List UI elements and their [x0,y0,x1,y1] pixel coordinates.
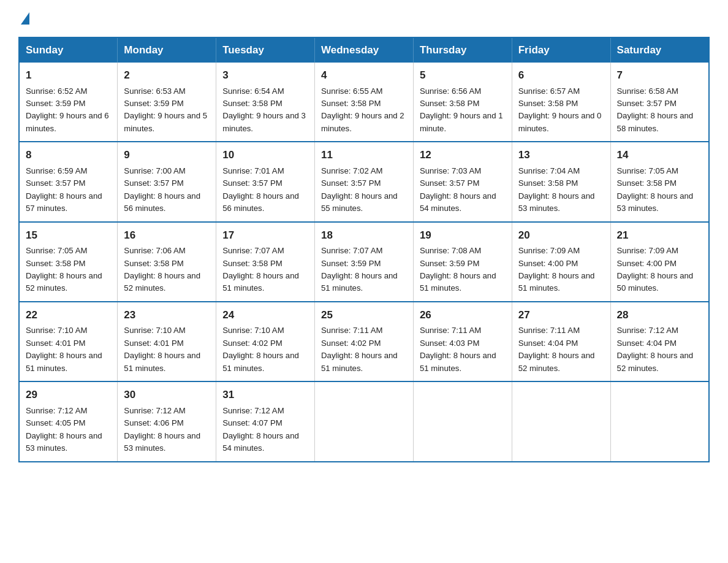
day-info: Sunrise: 6:52 AMSunset: 3:59 PMDaylight:… [26,86,109,133]
calendar-cell: 10 Sunrise: 7:01 AMSunset: 3:57 PMDaylig… [216,142,315,221]
day-info: Sunrise: 7:10 AMSunset: 4:01 PMDaylight:… [26,326,102,372]
calendar-cell: 18 Sunrise: 7:07 AMSunset: 3:59 PMDaylig… [315,222,414,302]
day-number: 2 [124,67,210,83]
day-info: Sunrise: 6:56 AMSunset: 3:58 PMDaylight:… [420,86,503,133]
col-header-thursday: Thursday [413,37,512,63]
calendar-cell: 6 Sunrise: 6:57 AMSunset: 3:58 PMDayligh… [512,63,610,142]
day-number: 11 [321,147,407,163]
day-info: Sunrise: 7:12 AMSunset: 4:04 PMDaylight:… [617,326,694,372]
day-number: 30 [124,387,210,403]
calendar-week-row: 22 Sunrise: 7:10 AMSunset: 4:01 PMDaylig… [19,302,709,381]
calendar-cell: 29 Sunrise: 7:12 AMSunset: 4:05 PMDaylig… [19,381,118,461]
calendar-cell: 14 Sunrise: 7:05 AMSunset: 3:58 PMDaylig… [610,142,709,221]
calendar-cell: 30 Sunrise: 7:12 AMSunset: 4:06 PMDaylig… [118,381,216,461]
calendar-cell [413,381,512,461]
calendar-cell: 26 Sunrise: 7:11 AMSunset: 4:03 PMDaylig… [413,302,512,381]
calendar-cell: 11 Sunrise: 7:02 AMSunset: 3:57 PMDaylig… [315,142,414,221]
day-info: Sunrise: 7:10 AMSunset: 4:01 PMDaylight:… [124,326,200,372]
col-header-sunday: Sunday [19,37,118,63]
calendar-cell: 9 Sunrise: 7:00 AMSunset: 3:57 PMDayligh… [118,142,216,221]
calendar-week-row: 15 Sunrise: 7:05 AMSunset: 3:58 PMDaylig… [19,222,709,302]
day-number: 3 [222,67,308,83]
day-info: Sunrise: 6:53 AMSunset: 3:59 PMDaylight:… [124,86,207,133]
calendar-table: SundayMondayTuesdayWednesdayThursdayFrid… [18,37,710,462]
day-number: 16 [124,228,210,243]
day-number: 8 [26,147,111,163]
day-number: 26 [420,307,506,323]
day-number: 23 [124,307,210,323]
day-info: Sunrise: 7:04 AMSunset: 3:58 PMDaylight:… [518,166,595,213]
calendar-week-row: 8 Sunrise: 6:59 AMSunset: 3:57 PMDayligh… [19,142,709,221]
calendar-cell [512,381,610,461]
col-header-tuesday: Tuesday [216,37,315,63]
calendar-cell: 5 Sunrise: 6:56 AMSunset: 3:58 PMDayligh… [413,63,512,142]
day-number: 27 [518,307,604,323]
day-number: 31 [222,387,308,403]
calendar-cell: 21 Sunrise: 7:09 AMSunset: 4:00 PMDaylig… [610,222,709,302]
calendar-header-row: SundayMondayTuesdayWednesdayThursdayFrid… [19,37,709,63]
day-info: Sunrise: 7:07 AMSunset: 3:58 PMDaylight:… [222,246,299,293]
day-number: 15 [26,228,111,243]
calendar-cell [315,381,414,461]
day-info: Sunrise: 7:12 AMSunset: 4:06 PMDaylight:… [124,406,200,453]
day-number: 4 [321,67,407,83]
calendar-cell: 23 Sunrise: 7:10 AMSunset: 4:01 PMDaylig… [118,302,216,381]
day-number: 1 [26,67,111,83]
day-number: 5 [420,67,506,83]
calendar-cell: 19 Sunrise: 7:08 AMSunset: 3:59 PMDaylig… [413,222,512,302]
logo-triangle-icon [21,12,29,25]
day-info: Sunrise: 7:06 AMSunset: 3:58 PMDaylight:… [124,246,200,293]
calendar-cell: 1 Sunrise: 6:52 AMSunset: 3:59 PMDayligh… [19,63,118,142]
day-info: Sunrise: 6:54 AMSunset: 3:58 PMDaylight:… [222,86,306,133]
day-number: 12 [420,147,506,163]
day-info: Sunrise: 6:58 AMSunset: 3:57 PMDaylight:… [617,86,694,133]
calendar-cell: 3 Sunrise: 6:54 AMSunset: 3:58 PMDayligh… [216,63,315,142]
day-number: 24 [222,307,308,323]
day-info: Sunrise: 6:57 AMSunset: 3:58 PMDaylight:… [518,86,602,133]
day-number: 17 [222,228,308,243]
calendar-cell: 17 Sunrise: 7:07 AMSunset: 3:58 PMDaylig… [216,222,315,302]
calendar-cell: 7 Sunrise: 6:58 AMSunset: 3:57 PMDayligh… [610,63,709,142]
day-number: 29 [26,387,111,403]
day-info: Sunrise: 6:55 AMSunset: 3:58 PMDaylight:… [321,86,404,133]
day-info: Sunrise: 7:03 AMSunset: 3:57 PMDaylight:… [420,166,496,213]
day-info: Sunrise: 7:05 AMSunset: 3:58 PMDaylight:… [26,246,102,293]
calendar-cell: 16 Sunrise: 7:06 AMSunset: 3:58 PMDaylig… [118,222,216,302]
calendar-cell [610,381,709,461]
calendar-week-row: 1 Sunrise: 6:52 AMSunset: 3:59 PMDayligh… [19,63,709,142]
day-info: Sunrise: 7:01 AMSunset: 3:57 PMDaylight:… [222,166,299,213]
calendar-cell: 2 Sunrise: 6:53 AMSunset: 3:59 PMDayligh… [118,63,216,142]
col-header-friday: Friday [512,37,610,63]
calendar-cell: 8 Sunrise: 6:59 AMSunset: 3:57 PMDayligh… [19,142,118,221]
day-number: 9 [124,147,210,163]
calendar-cell: 28 Sunrise: 7:12 AMSunset: 4:04 PMDaylig… [610,302,709,381]
day-info: Sunrise: 7:12 AMSunset: 4:07 PMDaylight:… [222,406,299,453]
day-info: Sunrise: 7:07 AMSunset: 3:59 PMDaylight:… [321,246,398,293]
calendar-cell: 27 Sunrise: 7:11 AMSunset: 4:04 PMDaylig… [512,302,610,381]
day-info: Sunrise: 7:11 AMSunset: 4:02 PMDaylight:… [321,326,398,372]
day-number: 25 [321,307,407,323]
day-number: 20 [518,228,604,243]
day-number: 19 [420,228,506,243]
day-info: Sunrise: 7:11 AMSunset: 4:03 PMDaylight:… [420,326,496,372]
day-info: Sunrise: 6:59 AMSunset: 3:57 PMDaylight:… [26,166,102,213]
calendar-cell: 4 Sunrise: 6:55 AMSunset: 3:58 PMDayligh… [315,63,414,142]
calendar-week-row: 29 Sunrise: 7:12 AMSunset: 4:05 PMDaylig… [19,381,709,461]
page-header [18,12,710,26]
day-number: 7 [617,67,702,83]
day-number: 22 [26,307,111,323]
day-number: 21 [617,228,702,243]
calendar-cell: 24 Sunrise: 7:10 AMSunset: 4:02 PMDaylig… [216,302,315,381]
day-info: Sunrise: 7:10 AMSunset: 4:02 PMDaylight:… [222,326,299,372]
calendar-cell: 22 Sunrise: 7:10 AMSunset: 4:01 PMDaylig… [19,302,118,381]
day-number: 10 [222,147,308,163]
calendar-cell: 31 Sunrise: 7:12 AMSunset: 4:07 PMDaylig… [216,381,315,461]
day-info: Sunrise: 7:02 AMSunset: 3:57 PMDaylight:… [321,166,398,213]
calendar-cell: 25 Sunrise: 7:11 AMSunset: 4:02 PMDaylig… [315,302,414,381]
day-number: 13 [518,147,604,163]
day-info: Sunrise: 7:12 AMSunset: 4:05 PMDaylight:… [26,406,102,453]
day-info: Sunrise: 7:09 AMSunset: 4:00 PMDaylight:… [518,246,595,293]
day-info: Sunrise: 7:09 AMSunset: 4:00 PMDaylight:… [617,246,694,293]
day-number: 6 [518,67,604,83]
day-info: Sunrise: 7:00 AMSunset: 3:57 PMDaylight:… [124,166,200,213]
